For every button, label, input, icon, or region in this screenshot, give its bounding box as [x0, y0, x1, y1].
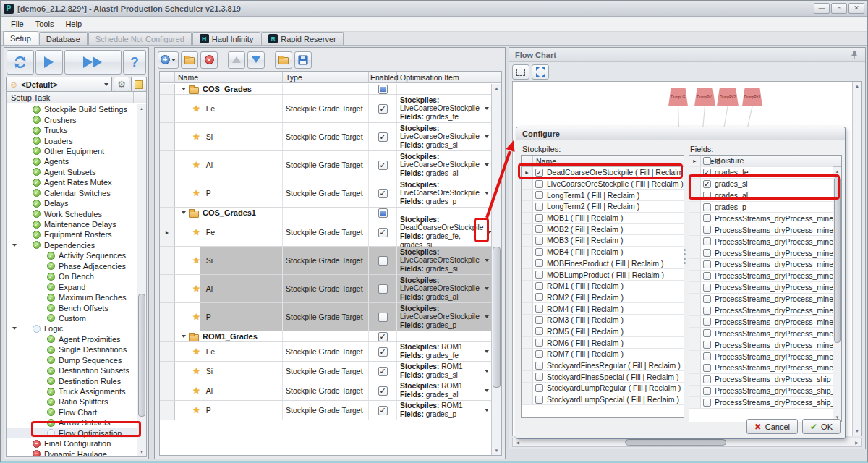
- tree-item-equipment-rosters[interactable]: ✓Equipment Rosters: [7, 229, 137, 239]
- cancel-button[interactable]: ✖Cancel: [746, 419, 798, 434]
- select-region-button[interactable]: [512, 64, 529, 80]
- tab-haul-infinity[interactable]: HHaul Infinity: [192, 32, 260, 45]
- group-row-cos-grades[interactable]: COS_Grades: [160, 84, 491, 95]
- fields-scroll-thumb[interactable]: [834, 177, 841, 343]
- expander-icon[interactable]: [12, 327, 17, 330]
- checkbox[interactable]: ✓: [378, 228, 388, 237]
- tree-item-on-bench[interactable]: ✓On Bench: [7, 271, 137, 281]
- row-header[interactable]: [160, 401, 175, 420]
- optimisation-item-dropdown[interactable]: Stockpiles:LiveCoarseOreStockpileFields:…: [397, 247, 491, 274]
- chevron-down-icon[interactable]: [485, 350, 489, 353]
- stockpile-row-stockyardfinesspecial[interactable]: StockyardFinesSpecial ( Fill | Reclaim ): [522, 371, 684, 383]
- checkbox[interactable]: ✓: [378, 347, 388, 357]
- row-header[interactable]: [160, 151, 175, 179]
- enabled-cell[interactable]: ✓: [369, 401, 397, 420]
- column-enabled[interactable]: Enabled: [369, 72, 397, 82]
- tree-item-custom[interactable]: ✓Custom: [7, 313, 137, 323]
- checkbox[interactable]: [703, 272, 711, 280]
- close-button[interactable]: ✕: [848, 3, 864, 14]
- stockpile-row-rom3[interactable]: ROM3 ( Fill | Reclaim ): [522, 315, 684, 326]
- row-header[interactable]: [160, 247, 175, 274]
- tree-item-phase-adjacencies[interactable]: ✓Phase Adjacencies: [7, 261, 137, 271]
- field-row-processstreams-dryprocess-mine-grades-al-8[interactable]: ProcessStreams_dryProcess_mine_grades_al: [689, 247, 833, 259]
- stockpile-row-longterm1[interactable]: LongTerm1 ( Fill | Reclaim ): [522, 190, 684, 201]
- chevron-down-icon[interactable]: [485, 259, 489, 262]
- flow-node-dumppit2[interactable]: DumpPit2: [717, 88, 739, 106]
- tree-item-final-configuration[interactable]: −Final Configuration: [7, 438, 137, 449]
- checkbox[interactable]: [703, 157, 711, 165]
- checkbox[interactable]: ✓: [703, 169, 711, 177]
- checkbox[interactable]: [378, 85, 388, 94]
- checkbox[interactable]: [703, 341, 711, 349]
- tree-item-dependencies[interactable]: ✓Dependencies: [7, 240, 137, 250]
- chevron-down-icon[interactable]: [485, 409, 489, 412]
- column-name[interactable]: Name: [175, 72, 283, 82]
- enabled-cell[interactable]: ✓: [369, 381, 397, 400]
- pane-splitter[interactable]: [683, 249, 686, 268]
- field-row-processstreams-dryprocess-mine-grades-si-7[interactable]: ProcessStreams_dryProcess_mine_grades_si: [689, 236, 833, 247]
- tree-item-other-equipment[interactable]: ✓Other Equipment: [7, 146, 137, 156]
- row-header[interactable]: [160, 95, 175, 122]
- checkbox[interactable]: [535, 225, 543, 233]
- optimisation-item-dropdown[interactable]: Stockpiles:LiveCoarseOreStockpileFields:…: [397, 95, 491, 122]
- move-up-button[interactable]: [228, 51, 245, 69]
- chevron-down-icon[interactable]: [485, 107, 489, 110]
- checkbox[interactable]: [703, 307, 711, 315]
- tree-item-maintenance-delays[interactable]: ✓Maintenance Delays: [7, 219, 137, 229]
- checkbox[interactable]: [703, 295, 711, 303]
- item-row-si[interactable]: ★SiStockpile Grade TargetStockpiles:Live…: [160, 247, 491, 275]
- table-scrollbar[interactable]: ▲ ▼: [491, 84, 501, 455]
- enabled-cell[interactable]: [369, 303, 397, 331]
- field-row-processstreams-dryprocess-mine-grades-6[interactable]: ProcessStreams_dryProcess_mine_grades...: [689, 224, 833, 236]
- stockpile-row-longterm2[interactable]: LongTerm2 ( Fill | Reclaim ): [522, 201, 684, 213]
- tree-item-destination-rules[interactable]: ✓Destination Rules: [7, 375, 137, 386]
- checkbox[interactable]: [703, 192, 711, 200]
- optimisation-item-dropdown[interactable]: Stockpiles:LiveCoarseOreStockpileFields:…: [397, 151, 491, 179]
- tree-item-truck-assignments[interactable]: ✓Truck Assignments: [7, 386, 137, 396]
- preset-dropdown[interactable]: ☺ <Default>: [6, 77, 112, 92]
- stockpile-row-rom1[interactable]: ROM1 ( Fill | Reclaim ): [522, 281, 684, 292]
- delete-button[interactable]: ✕: [200, 51, 218, 69]
- stockpile-row-mob4[interactable]: MOB4 ( Fill | Reclaim ): [522, 247, 684, 258]
- checkbox[interactable]: [535, 316, 543, 324]
- item-row-p[interactable]: ★PStockpile Grade Target✓Stockpiles: ROM…: [160, 401, 491, 420]
- chevron-down-icon[interactable]: [485, 163, 489, 166]
- enabled-cell[interactable]: ✓: [369, 95, 397, 122]
- row-header[interactable]: [160, 362, 175, 381]
- optimisation-item-dropdown[interactable]: Stockpiles:DeadCoarseOreStockpileFields:…: [397, 218, 491, 246]
- chevron-down-icon[interactable]: [485, 135, 489, 138]
- enabled-cell[interactable]: [369, 247, 397, 274]
- row-header[interactable]: [160, 342, 175, 361]
- scroll-up-icon[interactable]: ▲: [833, 167, 841, 176]
- row-header[interactable]: ►: [160, 218, 175, 246]
- checkbox[interactable]: [703, 260, 711, 268]
- enabled-cell[interactable]: ✓: [369, 218, 397, 246]
- scroll-down-icon[interactable]: ▼: [853, 427, 861, 436]
- checkbox[interactable]: [535, 339, 543, 347]
- stockpile-row-rom5[interactable]: ROM5 ( Fill | Reclaim ): [522, 326, 684, 338]
- maximize-button[interactable]: ▫: [831, 3, 847, 14]
- scroll-left-icon[interactable]: ◀: [513, 438, 522, 446]
- flow-node-dumppit3[interactable]: DumpPit3: [742, 88, 762, 106]
- field-row-grades-al-3[interactable]: grades_al: [689, 190, 833, 202]
- enabled-cell[interactable]: [369, 84, 397, 94]
- item-row-al[interactable]: ★AlStockpile Grade Target✓Stockpiles: RO…: [160, 381, 491, 401]
- enabled-cell[interactable]: [369, 208, 397, 218]
- tree-item-dynamic-haulage[interactable]: −Dynamic Haulage: [7, 449, 137, 456]
- tree-scrollbar[interactable]: ▲ ▼: [137, 104, 146, 456]
- row-header[interactable]: [160, 123, 175, 150]
- row-header[interactable]: [160, 84, 175, 94]
- stockpile-row-stockyardfinesregular[interactable]: StockyardFinesRegular ( Fill | Reclaim ): [522, 360, 684, 372]
- chevron-down-icon[interactable]: [485, 389, 489, 392]
- checkbox[interactable]: ✓: [378, 386, 388, 396]
- checkbox[interactable]: [535, 396, 543, 404]
- chevron-down-icon[interactable]: [485, 192, 489, 195]
- tree-item-agent-subsets[interactable]: ✓Agent Subsets: [7, 167, 137, 177]
- refresh-button[interactable]: [7, 50, 34, 75]
- stockpile-row-stockyardlumpregular[interactable]: StockyardLumpRegular ( Fill | Reclaim ): [522, 383, 684, 394]
- tree-item-ratio-splitters[interactable]: ✓Ratio Splitters: [7, 396, 137, 407]
- checkbox[interactable]: [535, 214, 543, 222]
- run-button[interactable]: [35, 50, 63, 75]
- checkbox[interactable]: [535, 282, 543, 290]
- optimisation-item-dropdown[interactable]: Stockpiles:LiveCoarseOreStockpileFields:…: [397, 123, 491, 150]
